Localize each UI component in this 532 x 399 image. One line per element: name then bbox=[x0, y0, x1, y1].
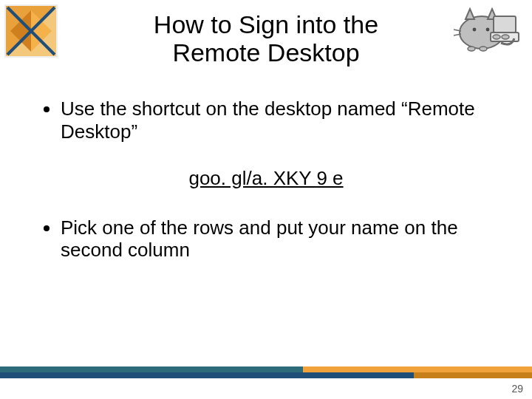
list-item: Pick one of the rows and put your name o… bbox=[61, 216, 492, 262]
title-line-2: Remote Desktop bbox=[172, 38, 359, 66]
accent-segment-orange-dark bbox=[414, 372, 532, 378]
bullet-list: Pick one of the rows and put your name o… bbox=[40, 216, 492, 262]
svg-point-20 bbox=[480, 47, 487, 51]
link-row: goo. gl/a. XKY 9 e bbox=[40, 167, 492, 190]
accent-segment-orange bbox=[303, 366, 532, 372]
hourglass-logo-icon bbox=[4, 4, 58, 58]
bullet-list: Use the shortcut on the desktop named “R… bbox=[40, 98, 492, 143]
svg-rect-15 bbox=[494, 16, 516, 33]
title-line-1: How to Sign into the bbox=[154, 10, 378, 38]
slide-header: How to Sign into the Remote Desktop bbox=[0, 0, 532, 71]
short-link[interactable]: goo. gl/a. XKY 9 e bbox=[188, 167, 343, 189]
cat-laptop-icon bbox=[451, 1, 522, 53]
svg-point-19 bbox=[468, 47, 475, 51]
accent-segment-teal bbox=[0, 366, 303, 372]
svg-point-11 bbox=[473, 28, 477, 32]
slide-body: Use the shortcut on the desktop named “R… bbox=[0, 71, 532, 262]
bullet-text: Pick one of the rows and put your name o… bbox=[61, 216, 458, 262]
bullet-text: Use the shortcut on the desktop named “R… bbox=[61, 98, 475, 143]
footer-accent-bar bbox=[0, 366, 532, 380]
svg-point-12 bbox=[486, 28, 490, 32]
svg-point-17 bbox=[493, 35, 500, 39]
page-number: 29 bbox=[511, 383, 523, 395]
slide: How to Sign into the Remote Desktop Use … bbox=[0, 0, 532, 399]
svg-marker-9 bbox=[466, 9, 474, 19]
svg-point-18 bbox=[502, 35, 509, 39]
list-item: Use the shortcut on the desktop named “R… bbox=[61, 98, 492, 143]
